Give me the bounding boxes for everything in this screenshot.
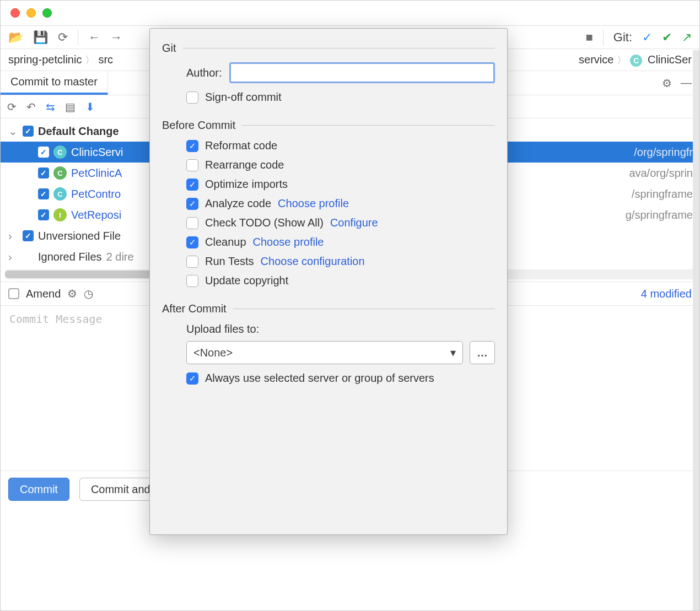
- amend-label: Amend: [26, 288, 61, 300]
- titlebar: [1, 1, 699, 26]
- commit-button[interactable]: Commit: [8, 478, 69, 501]
- choose-configuration-link[interactable]: Choose configuration: [261, 255, 365, 268]
- analyze-label: Analyze code: [205, 197, 271, 210]
- save-icon[interactable]: 💾: [33, 30, 48, 45]
- rollback-icon[interactable]: ↶: [26, 100, 36, 113]
- editor-gutter: [693, 50, 699, 610]
- forward-icon[interactable]: →: [110, 30, 122, 45]
- reformat-label: Reformat code: [205, 139, 277, 152]
- configure-link[interactable]: Configure: [330, 217, 378, 229]
- ide-window: 📂 💾 ⟳ ← → ■ Git: ✓ ✔ ↗ spring-petclinic …: [0, 0, 700, 611]
- chevron-down-icon: ⌄: [8, 125, 18, 138]
- checkbox[interactable]: ✓: [38, 167, 49, 179]
- changelist-icon[interactable]: ▤: [65, 100, 76, 113]
- run-tests-label: Run Tests: [205, 255, 254, 268]
- class-icon: C: [53, 187, 67, 201]
- check-todo-label: Check TODO (Show All): [205, 217, 324, 229]
- maximize-window-button[interactable]: [42, 8, 52, 18]
- optimize-checkbox[interactable]: ✓: [186, 179, 198, 191]
- always-use-label: Always use selected server or group of s…: [205, 372, 434, 385]
- checkbox[interactable]: ✓: [23, 230, 34, 241]
- browse-server-button[interactable]: …: [470, 341, 495, 364]
- after-commit-section-label: After Commit: [162, 302, 227, 315]
- cleanup-checkbox[interactable]: ✓: [186, 236, 198, 248]
- minimize-tool-icon[interactable]: —: [681, 77, 692, 90]
- class-icon: C: [630, 55, 642, 67]
- diff-icon[interactable]: ⇆: [46, 100, 55, 113]
- update-copyright-label: Update copyright: [205, 274, 288, 287]
- cleanup-label: Cleanup: [205, 236, 246, 248]
- crumb-src[interactable]: src: [98, 53, 113, 66]
- class-icon: C: [53, 145, 67, 159]
- check-todo-checkbox[interactable]: [186, 217, 198, 229]
- crumb-service[interactable]: service: [579, 53, 613, 66]
- reformat-checkbox[interactable]: ✓: [186, 140, 198, 152]
- choose-profile-link[interactable]: Choose profile: [253, 236, 324, 248]
- analyze-checkbox[interactable]: ✓: [186, 198, 198, 210]
- checkbox[interactable]: ✓: [38, 209, 49, 220]
- git-section-label: Git: [162, 42, 176, 55]
- git-commit-icon[interactable]: ✔: [662, 30, 672, 45]
- close-window-button[interactable]: [10, 8, 20, 18]
- gear-icon[interactable]: ⚙: [662, 77, 672, 90]
- run-tests-checkbox[interactable]: [186, 256, 198, 268]
- optimize-label: Optimize imports: [205, 178, 288, 191]
- refresh-icon[interactable]: ⟳: [7, 100, 17, 113]
- modified-count[interactable]: 4 modified: [641, 288, 692, 300]
- author-input[interactable]: [229, 62, 495, 83]
- tab-commit[interactable]: Commit to master: [1, 71, 108, 95]
- back-icon[interactable]: ←: [88, 30, 100, 45]
- rearrange-label: Rearrange code: [205, 159, 284, 171]
- crumb-root[interactable]: spring-petclinic: [8, 53, 82, 66]
- interface-icon: I: [53, 208, 67, 221]
- author-label: Author:: [186, 67, 222, 79]
- history-icon[interactable]: ◷: [84, 287, 93, 300]
- git-label: Git:: [613, 30, 632, 45]
- shelve-icon[interactable]: ⬇: [85, 100, 95, 113]
- rearrange-checkbox[interactable]: [186, 159, 198, 171]
- commit-options-popup: Git Author: Sign-off commit Before Commi…: [149, 28, 508, 535]
- crumb-file[interactable]: C ClinicSer: [630, 53, 692, 67]
- chevron-right-icon: 〉: [617, 53, 627, 67]
- before-commit-section-label: Before Commit: [162, 119, 235, 132]
- class-run-icon: C: [53, 166, 67, 180]
- stop-icon[interactable]: ■: [585, 30, 593, 45]
- chevron-down-icon: ▾: [450, 346, 456, 359]
- minimize-window-button[interactable]: [26, 8, 36, 18]
- checkbox[interactable]: ✓: [23, 126, 34, 137]
- git-update-icon[interactable]: ✓: [642, 30, 652, 45]
- update-copyright-checkbox[interactable]: [186, 275, 198, 287]
- always-use-checkbox[interactable]: ✓: [186, 372, 198, 385]
- gear-icon[interactable]: ⚙: [67, 287, 77, 300]
- upload-label: Upload files to:: [186, 323, 495, 336]
- choose-profile-link[interactable]: Choose profile: [278, 197, 349, 210]
- chevron-right-icon: ›: [8, 251, 18, 263]
- open-icon[interactable]: 📂: [8, 30, 23, 45]
- upload-server-select[interactable]: <None> ▾: [186, 341, 463, 364]
- checkbox[interactable]: ✓: [38, 147, 49, 158]
- signoff-label: Sign-off commit: [205, 91, 282, 104]
- chevron-right-icon: 〉: [85, 53, 95, 67]
- amend-checkbox[interactable]: ✓: [8, 288, 19, 299]
- checkbox[interactable]: ✓: [38, 188, 49, 199]
- signoff-checkbox[interactable]: [186, 91, 198, 104]
- refresh-icon[interactable]: ⟳: [58, 30, 68, 45]
- git-push-icon[interactable]: ↗: [682, 30, 692, 45]
- chevron-right-icon: ›: [8, 230, 18, 242]
